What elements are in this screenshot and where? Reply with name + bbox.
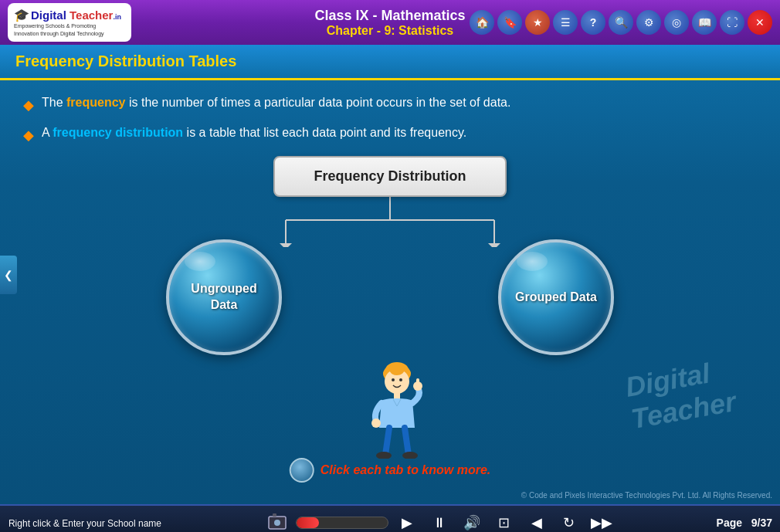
svg-point-15 — [371, 418, 381, 428]
school-name-prompt: Right click & Enter your School name — [8, 517, 162, 529]
header-subtitle: Chapter - 9: Statistics — [314, 24, 465, 38]
volume-button[interactable]: 🔊 — [458, 509, 486, 532]
fd-box-label: Frequency Distribution — [314, 168, 466, 184]
ungrouped-label: UngroupedData — [191, 281, 256, 313]
expand-button[interactable]: ⛶ — [720, 10, 744, 35]
character-svg — [362, 358, 432, 459]
grouped-data-circle[interactable]: Grouped Data — [498, 239, 614, 355]
bullet-text-1: The frequency is the number of times a p… — [42, 96, 510, 110]
svg-rect-12 — [394, 393, 400, 399]
screenshot-button[interactable] — [263, 509, 291, 532]
star-button[interactable]: ★ — [525, 10, 550, 35]
app-header: 🎓 Digital Teacher.in Empowering Schools … — [0, 0, 780, 45]
diagram-container: Frequency Distribution Ungrou — [23, 156, 757, 355]
bullet-diamond-1: ◆ — [23, 97, 34, 114]
header-center: Class IX - Mathematics Chapter - 9: Stat… — [314, 8, 465, 38]
main-content: Frequency Distribution Tables ❮ ◆ The fr… — [0, 45, 780, 504]
refresh-button[interactable]: ↻ — [555, 509, 583, 532]
header-toolbar: 🏠 🔖 ★ ☰ ? 🔍 ⚙ ◎ 📖 ⛶ ✕ — [470, 10, 772, 35]
logo-text: 🎓 Digital Teacher.in Empowering Schools … — [14, 8, 121, 36]
svg-rect-14 — [416, 378, 419, 388]
header-title: Class IX - Mathematics — [314, 8, 465, 24]
click-icon — [290, 458, 314, 483]
svg-rect-19 — [273, 513, 276, 517]
svg-point-9 — [389, 363, 405, 375]
logo-icon: 🎓 — [14, 8, 29, 22]
svg-point-17 — [402, 452, 418, 459]
svg-point-20 — [274, 520, 280, 526]
bookmark-button[interactable]: 🔖 — [497, 10, 522, 35]
ungrouped-data-circle[interactable]: UngroupedData — [166, 239, 282, 355]
screen-button[interactable]: ⊡ — [490, 509, 518, 532]
bullet-point-1: ◆ The frequency is the number of times a… — [23, 96, 757, 114]
click-text: Click each tab to know more. — [320, 463, 491, 477]
settings-button[interactable]: ⚙ — [636, 10, 661, 35]
content-body: ◆ The frequency is the number of times a… — [0, 80, 780, 371]
highlight-frequency: frequency — [66, 96, 125, 109]
progress-bar — [296, 517, 388, 529]
left-nav-arrow[interactable]: ❮ — [0, 256, 17, 294]
svg-point-10 — [392, 378, 395, 381]
close-button[interactable]: ✕ — [748, 10, 772, 35]
prev-button[interactable]: ◀ — [523, 509, 551, 532]
logo-sub2: Innovation through Digital Technology — [14, 30, 121, 37]
next-button[interactable]: ▶▶ — [588, 509, 616, 532]
character-figure — [362, 358, 432, 462]
grouped-label: Grouped Data — [515, 290, 597, 306]
logo-sub1: Empowering Schools & Promoting — [14, 22, 121, 29]
highlight-freq-dist: frequency distribution — [53, 126, 183, 139]
page-current: 9 — [751, 517, 758, 529]
logo-brand: Digital Teacher.in — [31, 8, 121, 22]
tree-lines-svg — [224, 197, 556, 247]
circles-row: UngroupedData Grouped Data — [166, 247, 614, 355]
book-button[interactable]: 📖 — [692, 10, 717, 35]
app-footer: Right click & Enter your School name ▶ ⏸… — [0, 504, 780, 532]
logo: 🎓 Digital Teacher.in Empowering Schools … — [8, 3, 131, 42]
footer-controls: ▶ ⏸ 🔊 ⊡ ◀ ↻ ▶▶ — [263, 509, 616, 532]
page-indicator: Page 9/37 — [717, 517, 772, 529]
bullet-diamond-2: ◆ — [23, 127, 34, 144]
progress-fill — [297, 517, 320, 528]
search-button[interactable]: 🔍 — [609, 10, 633, 35]
play-button[interactable]: ▶ — [393, 509, 421, 532]
help-button[interactable]: ? — [581, 10, 605, 35]
menu-button[interactable]: ☰ — [553, 10, 578, 35]
pause-button[interactable]: ⏸ — [426, 509, 453, 532]
screenshot-icon — [266, 512, 288, 532]
page-total: 37 — [760, 517, 772, 529]
share-button[interactable]: ◎ — [664, 10, 689, 35]
content-title-bar: Frequency Distribution Tables — [0, 45, 780, 80]
svg-point-16 — [376, 452, 392, 459]
section-title: Frequency Distribution Tables — [15, 53, 236, 70]
copyright: © Code and Pixels Interactive Technologi… — [521, 491, 772, 500]
svg-point-11 — [399, 378, 402, 381]
home-button[interactable]: 🏠 — [470, 10, 494, 35]
fd-box: Frequency Distribution — [273, 156, 506, 197]
bullet-text-2: A frequency distribution is a table that… — [42, 126, 466, 140]
bullet-point-2: ◆ A frequency distribution is a table th… — [23, 126, 757, 144]
